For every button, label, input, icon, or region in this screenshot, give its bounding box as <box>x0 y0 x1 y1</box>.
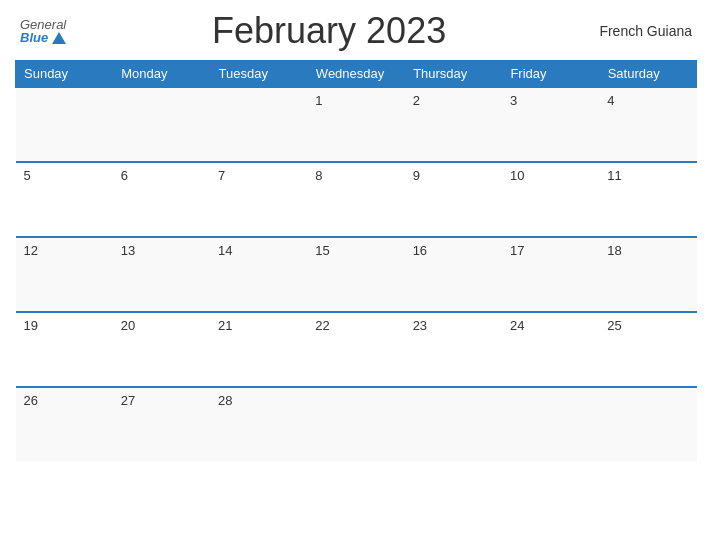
day-18: 18 <box>599 237 696 312</box>
day-13: 13 <box>113 237 210 312</box>
day-27: 27 <box>113 387 210 462</box>
day-9: 9 <box>405 162 502 237</box>
weekday-tuesday: Tuesday <box>210 61 307 88</box>
day-16: 16 <box>405 237 502 312</box>
calendar-grid: Sunday Monday Tuesday Wednesday Thursday… <box>15 60 697 462</box>
week-row-3: 12 13 14 15 16 17 18 <box>16 237 697 312</box>
day-2: 2 <box>405 87 502 162</box>
day-26: 26 <box>16 387 113 462</box>
day-empty <box>599 387 696 462</box>
day-empty <box>307 387 404 462</box>
day-empty <box>405 387 502 462</box>
day-21: 21 <box>210 312 307 387</box>
logo-blue-text: Blue <box>20 31 66 44</box>
week-row-1: 1 2 3 4 <box>16 87 697 162</box>
day-17: 17 <box>502 237 599 312</box>
day-empty <box>113 87 210 162</box>
day-28: 28 <box>210 387 307 462</box>
day-8: 8 <box>307 162 404 237</box>
week-row-5: 26 27 28 <box>16 387 697 462</box>
day-19: 19 <box>16 312 113 387</box>
calendar-title: February 2023 <box>66 10 592 52</box>
weekday-wednesday: Wednesday <box>307 61 404 88</box>
day-11: 11 <box>599 162 696 237</box>
weekday-monday: Monday <box>113 61 210 88</box>
week-row-2: 5 6 7 8 9 10 11 <box>16 162 697 237</box>
weekday-sunday: Sunday <box>16 61 113 88</box>
day-24: 24 <box>502 312 599 387</box>
day-7: 7 <box>210 162 307 237</box>
day-6: 6 <box>113 162 210 237</box>
day-1: 1 <box>307 87 404 162</box>
day-14: 14 <box>210 237 307 312</box>
day-10: 10 <box>502 162 599 237</box>
day-23: 23 <box>405 312 502 387</box>
weekday-friday: Friday <box>502 61 599 88</box>
day-15: 15 <box>307 237 404 312</box>
weekday-thursday: Thursday <box>405 61 502 88</box>
day-25: 25 <box>599 312 696 387</box>
calendar-container: General Blue February 2023 French Guiana… <box>0 0 712 550</box>
day-5: 5 <box>16 162 113 237</box>
calendar-header: General Blue February 2023 French Guiana <box>15 10 697 52</box>
day-12: 12 <box>16 237 113 312</box>
weekday-saturday: Saturday <box>599 61 696 88</box>
week-row-4: 19 20 21 22 23 24 25 <box>16 312 697 387</box>
day-empty <box>16 87 113 162</box>
day-empty <box>210 87 307 162</box>
weekday-header-row: Sunday Monday Tuesday Wednesday Thursday… <box>16 61 697 88</box>
region-label: French Guiana <box>592 23 692 39</box>
day-4: 4 <box>599 87 696 162</box>
logo-triangle-icon <box>52 32 66 44</box>
day-22: 22 <box>307 312 404 387</box>
day-empty <box>502 387 599 462</box>
logo: General Blue <box>20 18 66 44</box>
day-20: 20 <box>113 312 210 387</box>
day-3: 3 <box>502 87 599 162</box>
